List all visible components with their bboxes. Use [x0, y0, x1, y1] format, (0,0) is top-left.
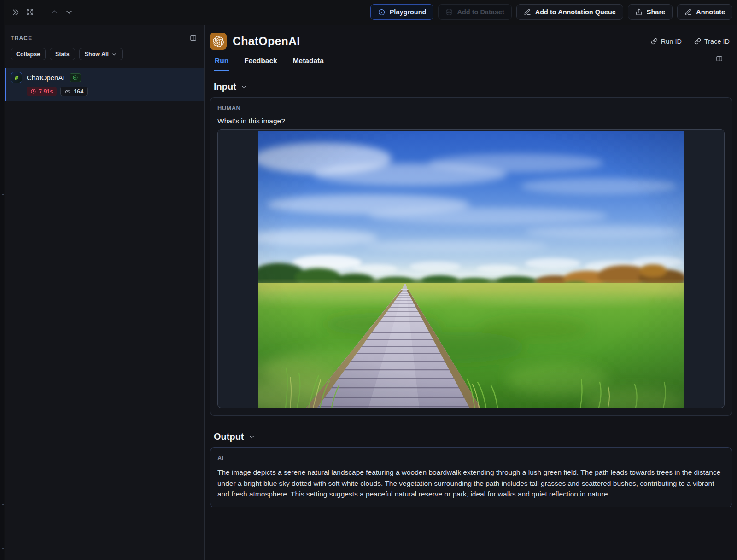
id-links: Run ID Trace ID	[651, 38, 730, 45]
trace-nav-controls	[8, 5, 76, 19]
boardwalk-photo	[258, 131, 684, 408]
toolbar-actions: Playground Add to Dataset Add to Annotat…	[370, 4, 732, 20]
output-role-label: AI	[217, 455, 725, 461]
add-to-dataset-button[interactable]: Add to Dataset	[438, 4, 511, 20]
panel-right-icon	[189, 34, 197, 42]
add-to-annotation-queue-button[interactable]: Add to Annotation Queue	[516, 4, 623, 20]
trace-filters: Collapse Stats Show All	[5, 48, 204, 60]
input-message-text: What's in this image?	[217, 117, 725, 125]
trace-sidebar: TRACE Collapse Stats Show All	[5, 25, 205, 560]
stats-label: Stats	[55, 51, 70, 58]
play-circle-icon	[378, 8, 386, 16]
latency-badge: 7.91s	[27, 87, 57, 96]
pencil-line-icon	[524, 8, 531, 16]
trace-tree-item-chatopenai[interactable]: ChatOpenAI 7.91s 164	[5, 68, 204, 101]
next-run-button[interactable]	[62, 5, 76, 19]
chevron-up-icon	[50, 7, 59, 17]
run-id-label: Run ID	[661, 38, 682, 45]
run-title-row: ChatOpenAI Run ID Trace ID	[210, 33, 730, 50]
input-image-panel	[217, 129, 725, 408]
chevron-down-icon	[64, 7, 74, 17]
link-icon	[694, 38, 701, 45]
output-heading: Output	[214, 432, 244, 442]
previous-run-button[interactable]	[47, 5, 61, 19]
expand-icon	[26, 8, 34, 16]
stats-button[interactable]: Stats	[50, 48, 75, 60]
output-section-header[interactable]: Output	[214, 432, 732, 442]
token-icon	[64, 88, 71, 95]
latency-value: 7.91s	[39, 88, 53, 95]
panel-split-icon	[715, 55, 723, 63]
output-card: AI The image depicts a serene natural la…	[210, 447, 732, 508]
double-chevron-right-icon	[11, 8, 20, 17]
collapse-label: Collapse	[16, 51, 40, 58]
database-icon	[445, 8, 453, 16]
tab-run[interactable]: Run	[214, 57, 229, 71]
run-tabs: Run Feedback Metadata	[210, 57, 730, 71]
check-circle-icon	[72, 75, 78, 81]
trace-id-label: Trace ID	[704, 38, 730, 45]
add-to-dataset-label: Add to Dataset	[457, 8, 504, 16]
share-button[interactable]: Share	[628, 4, 673, 20]
run-header: ChatOpenAI Run ID Trace ID Run Feedbac	[205, 25, 737, 71]
trace-panel-title: TRACE	[11, 35, 32, 41]
detail-layout-button[interactable]	[715, 55, 723, 63]
tab-feedback[interactable]: Feedback	[243, 57, 278, 71]
strip-tick	[2, 194, 4, 195]
trace-header: TRACE	[5, 25, 204, 48]
collapse-button[interactable]: Collapse	[11, 48, 46, 60]
section-divider	[205, 424, 737, 424]
show-all-dropdown[interactable]: Show All	[79, 48, 123, 60]
page-title: ChatOpenAI	[233, 35, 300, 48]
token-count-value: 164	[74, 88, 83, 95]
pencil-icon	[684, 8, 692, 16]
collapsed-panel-strip	[0, 0, 4, 560]
output-message-text: The image depicts a serene natural lands…	[217, 467, 725, 500]
token-count-badge: 164	[60, 87, 88, 96]
share-label: Share	[647, 8, 665, 16]
playground-button[interactable]: Playground	[370, 4, 434, 20]
input-card: HUMAN What's in this image?	[210, 97, 732, 416]
run-content: Input HUMAN What's in this image?	[205, 82, 737, 508]
input-section-header[interactable]: Input	[214, 82, 732, 92]
share-icon	[635, 8, 643, 16]
trace-id-link[interactable]: Trace ID	[694, 38, 730, 45]
fullscreen-button[interactable]	[23, 5, 37, 19]
collapse-panel-button[interactable]	[8, 5, 22, 19]
trace-item-main-row: ChatOpenAI	[11, 72, 199, 83]
status-success-badge	[70, 73, 81, 82]
playground-label: Playground	[390, 8, 427, 16]
chevron-down-icon	[248, 433, 255, 440]
show-all-label: Show All	[85, 51, 109, 58]
annotate-label: Annotate	[696, 8, 725, 16]
trace-item-metrics: 7.91s 164	[27, 87, 199, 96]
strip-tick	[2, 548, 4, 549]
langchain-parrot-icon	[11, 72, 22, 83]
chevron-down-icon	[240, 83, 247, 90]
run-id-link[interactable]: Run ID	[651, 38, 682, 45]
openai-logo-icon	[210, 33, 227, 50]
input-role-label: HUMAN	[217, 105, 725, 111]
input-heading: Input	[214, 82, 236, 92]
strip-tick	[2, 504, 4, 505]
sidebar-layout-button[interactable]	[189, 34, 197, 42]
clock-icon	[30, 88, 36, 94]
trace-item-name: ChatOpenAI	[27, 74, 65, 82]
tab-metadata[interactable]: Metadata	[292, 57, 325, 71]
annotate-button[interactable]: Annotate	[677, 4, 732, 20]
top-toolbar: Playground Add to Dataset Add to Annotat…	[5, 0, 737, 24]
link-icon	[651, 38, 658, 45]
run-detail-panel: ChatOpenAI Run ID Trace ID Run Feedbac	[205, 25, 737, 560]
toolbar-divider	[42, 6, 42, 18]
chevron-down-icon	[111, 52, 117, 57]
add-to-annotation-queue-label: Add to Annotation Queue	[535, 8, 616, 16]
strip-tick	[2, 47, 4, 47]
